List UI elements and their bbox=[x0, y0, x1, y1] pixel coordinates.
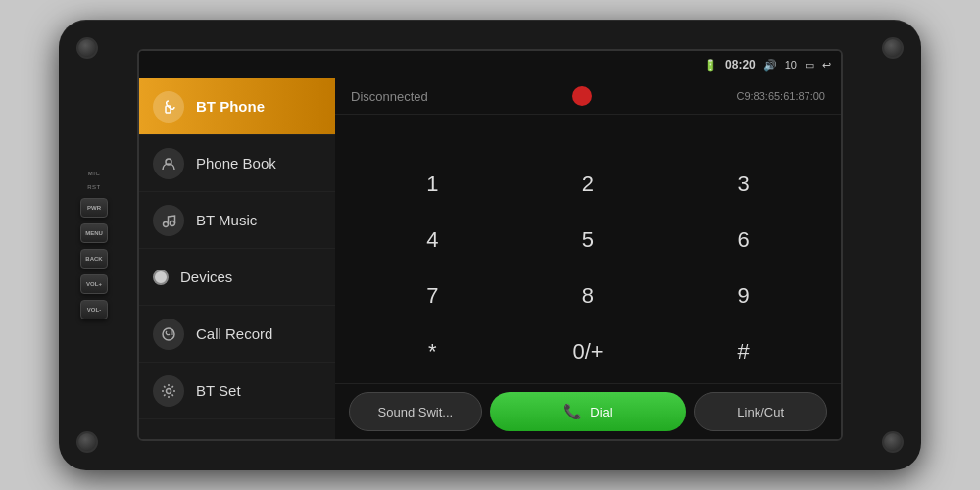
phone-call-icon: 📞 bbox=[564, 403, 582, 420]
key-5[interactable]: 5 bbox=[511, 212, 666, 268]
mic-label: MIC bbox=[88, 171, 101, 176]
key-6[interactable]: 6 bbox=[665, 212, 821, 268]
key-hash[interactable]: # bbox=[665, 323, 821, 379]
sidebar: BT Phone Phone Book bbox=[139, 78, 335, 439]
link-cut-label: Link/Cut bbox=[737, 405, 784, 419]
rst-label: RST bbox=[87, 184, 101, 190]
bt-set-label: BT Set bbox=[196, 382, 241, 399]
dial-button[interactable]: 📞 Dial bbox=[490, 392, 687, 431]
status-bar: 🔋 08:20 🔊 10 ▭ ↩ bbox=[139, 51, 841, 78]
screw-top-right bbox=[882, 37, 904, 59]
back-button[interactable]: BACK bbox=[80, 249, 108, 269]
screw-top-left bbox=[76, 37, 98, 59]
dial-actions: Sound Swit... 📞 Dial Link/Cut bbox=[335, 383, 841, 439]
menu-button[interactable]: MENU bbox=[80, 223, 108, 243]
sidebar-item-devices[interactable]: Devices bbox=[139, 249, 335, 306]
screen: 🔋 08:20 🔊 10 ▭ ↩ BT Phone bbox=[137, 49, 843, 441]
key-4[interactable]: 4 bbox=[355, 212, 511, 268]
dialpad: 1 2 3 4 5 6 7 8 9 * 0/+ # bbox=[335, 152, 841, 383]
side-buttons: MIC RST PWR MENU BACK VOL+ VOL- bbox=[80, 171, 108, 319]
signal-strength: 10 bbox=[785, 59, 797, 71]
battery-icon: 🔋 bbox=[704, 59, 717, 72]
key-7[interactable]: 7 bbox=[355, 268, 511, 323]
sidebar-item-bt-phone[interactable]: BT Phone bbox=[139, 78, 335, 135]
sound-switch-button[interactable]: Sound Swit... bbox=[349, 392, 482, 431]
pwr-button[interactable]: PWR bbox=[80, 198, 108, 218]
bt-music-label: BT Music bbox=[196, 212, 257, 228]
key-2[interactable]: 2 bbox=[511, 156, 666, 212]
bt-address: C9:83:65:61:87:00 bbox=[736, 90, 825, 102]
key-9[interactable]: 9 bbox=[665, 268, 821, 323]
sidebar-item-call-record[interactable]: Call Record bbox=[139, 306, 335, 363]
devices-label: Devices bbox=[180, 269, 232, 285]
key-star[interactable]: * bbox=[355, 323, 511, 379]
sidebar-item-bt-set[interactable]: BT Set bbox=[139, 363, 335, 419]
volume-icon: 🔊 bbox=[763, 59, 777, 72]
screen-size-icon: ▭ bbox=[805, 59, 814, 72]
bt-phone-label: BT Phone bbox=[196, 98, 265, 115]
svg-point-8 bbox=[167, 388, 172, 393]
vol-up-button[interactable]: VOL+ bbox=[80, 274, 108, 294]
devices-toggle[interactable] bbox=[153, 270, 169, 285]
link-cut-button[interactable]: Link/Cut bbox=[694, 392, 827, 431]
back-nav-icon[interactable]: ↩ bbox=[822, 59, 831, 72]
call-record-label: Call Record bbox=[196, 325, 272, 342]
connection-status: Disconnected bbox=[351, 89, 428, 104]
bt-phone-icon bbox=[153, 91, 184, 122]
phone-book-label: Phone Book bbox=[196, 155, 276, 172]
screw-bottom-left bbox=[76, 431, 98, 453]
dial-panel: Disconnected C9:83:65:61:87:00 1 2 3 4 5… bbox=[335, 78, 841, 439]
dial-header: Disconnected C9:83:65:61:87:00 bbox=[335, 78, 841, 115]
sidebar-item-phone-book[interactable]: Phone Book bbox=[139, 135, 335, 192]
main-content: BT Phone Phone Book bbox=[139, 78, 841, 439]
sound-switch-label: Sound Swit... bbox=[378, 405, 454, 419]
dial-display bbox=[335, 115, 841, 152]
phone-book-icon bbox=[153, 148, 184, 179]
key-8[interactable]: 8 bbox=[511, 268, 666, 323]
status-time: 08:20 bbox=[725, 58, 756, 72]
key-0[interactable]: 0/+ bbox=[511, 323, 666, 379]
bt-set-icon bbox=[153, 375, 184, 407]
car-unit: MIC RST PWR MENU BACK VOL+ VOL- 🔋 08:20 … bbox=[59, 20, 921, 470]
record-button[interactable] bbox=[572, 86, 592, 106]
sidebar-item-bt-music[interactable]: BT Music bbox=[139, 192, 335, 249]
screw-bottom-right bbox=[882, 431, 904, 453]
key-1[interactable]: 1 bbox=[355, 156, 511, 212]
dial-label: Dial bbox=[590, 405, 612, 419]
key-3[interactable]: 3 bbox=[665, 156, 821, 212]
bt-music-icon bbox=[153, 205, 184, 236]
call-record-icon bbox=[153, 318, 184, 350]
vol-down-button[interactable]: VOL- bbox=[80, 300, 108, 319]
